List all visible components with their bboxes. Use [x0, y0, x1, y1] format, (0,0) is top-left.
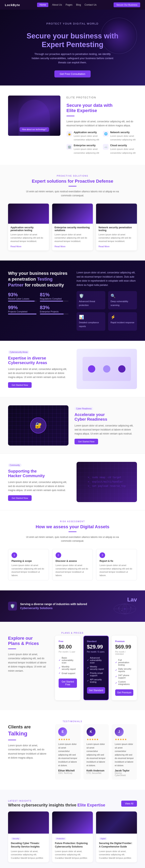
- blog-card-3: Digital Securing the Digital Frontier: A…: [96, 811, 137, 862]
- plans-title-highlight: Plans & Prices: [8, 641, 39, 646]
- why-left: Why your business requires a penetration…: [8, 271, 68, 314]
- nav-about[interactable]: About Us: [52, 3, 62, 6]
- elite-service-app: 🔒 Application security Lorem ipsum dolor…: [66, 131, 100, 142]
- card-2-read-more[interactable]: Read More: [55, 245, 65, 248]
- why-feature-2: 🔍 Deep vulnerability scanning: [108, 291, 137, 309]
- blog-2-image: [52, 811, 93, 834]
- stat-1-progress: [8, 301, 37, 302]
- step-3-desc: Lorem ipsum dolor sit amet consectetur a…: [99, 564, 134, 577]
- testimonial-2: K ★★★★★ Lorem ipsum dolor sit amet conse…: [83, 724, 109, 780]
- stat-4-bar: [40, 314, 64, 314]
- industries-banner: 🛡️ Serving a diverse range of industries…: [0, 590, 145, 622]
- nav-links: Home About Us Pages Blog Contact Us: [37, 3, 96, 7]
- card-3-read-more[interactable]: Read More: [98, 245, 109, 248]
- app-security-icon: 🔒: [66, 131, 72, 136]
- blog-cards: Security Decoding Cyber Threats: Securit…: [8, 811, 137, 862]
- expertise-3-desc: Lorem ipsum dolor sit amet, consectetur …: [8, 480, 70, 492]
- expertise-3-title: Supporting the Hacker Community: [8, 469, 70, 478]
- hero-eyebrow: Protect Your Digital World: [46, 22, 99, 26]
- testimonials-inner: Clients are Talking Lorem ipsum dolor si…: [8, 724, 137, 780]
- expertise-1-cta[interactable]: Get Started Now: [8, 382, 32, 388]
- banner-logo: Lav: [113, 596, 137, 603]
- plans-inner: Explore our Plans & Prices Lorem ipsum d…: [8, 636, 137, 700]
- stat-4-progress: [40, 314, 68, 314]
- digital-section: Risk Assessment How we assess your Digit…: [0, 510, 145, 590]
- banner-title: Serving a diverse range of industries wi…: [20, 602, 87, 606]
- why-feature-3-text: Detailed compliance reports: [79, 321, 103, 328]
- step-2-desc: Lorem ipsum dolor sit amet consectetur a…: [56, 564, 90, 577]
- nav-logo: LockByte: [5, 3, 20, 7]
- plan-free-button[interactable]: Get Started Free: [59, 679, 77, 688]
- card-1-read-more[interactable]: Read More: [10, 245, 21, 248]
- blog-3-title: Securing the Digital Frontier: A Compreh…: [99, 842, 134, 848]
- step-1: 1 Planning & scope Lorem ipsum dolor sit…: [8, 549, 49, 580]
- step-1-number: 1: [11, 552, 17, 558]
- elite-service-network: 🌐 Network security Lorem ipsum dolor ame…: [103, 131, 137, 142]
- hero-title-highlight: Expert Pentesting: [42, 40, 103, 49]
- stat-2-bar: [40, 301, 63, 302]
- elite-badge: How about our technology?: [20, 127, 49, 132]
- navigation: LockByte Home About Us Pages Blog Contac…: [0, 0, 145, 10]
- why-feature-4-text: Rapid incident response: [111, 321, 135, 324]
- why-feature-2-text: Deep vulnerability scanning: [111, 300, 135, 307]
- expertise-2-cta[interactable]: Get Started Now: [75, 439, 98, 444]
- stat-2-progress: [40, 301, 68, 302]
- testimonial-3: J ★★★★★ Lorem ipsum dolor sit amet conse…: [112, 724, 137, 780]
- card-1-image: [8, 204, 49, 224]
- expertise-2-desc: Lorem ipsum dolor sit amet, consectetur …: [75, 424, 137, 436]
- network-security-text: Network security Lorem ipsum dolor amet …: [110, 131, 137, 142]
- plan-premium-price: $69.99: [115, 644, 133, 650]
- expertise-2-title: Accelerate your Cyber Readiness: [75, 412, 137, 422]
- blog-1-image: [8, 811, 49, 834]
- banner-right: Lav: [113, 596, 137, 616]
- nav-contact[interactable]: Contact Us: [85, 3, 96, 6]
- expertise-1-image: [77, 349, 137, 389]
- banner-shield-icon: 🛡️: [8, 602, 17, 611]
- why-feature-3: 📊 Detailed compliance reports: [77, 312, 105, 331]
- digital-eyebrow: Risk Assessment: [8, 520, 137, 523]
- expertise-2-tag: Cyber Readiness: [75, 407, 93, 410]
- expertise-3-cta[interactable]: Get Started Now: [8, 495, 32, 501]
- why-feature-2-icon: 🔍: [111, 293, 135, 298]
- plans-description: Lorem ipsum dolor sit amet, consectetur …: [8, 652, 49, 673]
- nav-blog[interactable]: Blog: [76, 3, 81, 6]
- why-feature-4-icon: ⚡: [111, 315, 135, 319]
- stat-4: 83% Enterprise Projects: [40, 305, 68, 314]
- plan-standard-button[interactable]: Get Standard: [87, 687, 105, 693]
- proactive-card-2: Enterprise security monitoring solutions…: [52, 204, 93, 251]
- testimonial-1-text: Lorem ipsum dolor sit amet consectetur a…: [58, 742, 77, 767]
- elite-service-cloud: ☁️ Cloud security Lorem ipsum dolor amet…: [103, 144, 137, 155]
- proactive-title: Expert solutions for Proactive Defense: [8, 179, 137, 184]
- steps-row: 1 Planning & scope Lorem ipsum dolor sit…: [8, 549, 137, 580]
- why-inner: Why your business requires a penetration…: [8, 271, 137, 331]
- nav-pages[interactable]: Pages: [66, 3, 72, 6]
- step-2: 2 Discover & assess Lorem ipsum dolor si…: [52, 549, 93, 580]
- nav-cta-button[interactable]: Secure Our Business: [114, 2, 140, 7]
- testimonial-1: E ★★★★★ Lorem ipsum dolor sit amet conse…: [55, 724, 80, 780]
- stat-1-bar: [8, 301, 35, 302]
- app-security-text: Application security Lorem ipsum dolor a…: [74, 131, 100, 142]
- blog-section: Latest Insights Where cybersecurity insi…: [0, 790, 145, 868]
- expertise-3-highlight: Hacker Community: [8, 473, 45, 478]
- cloud-security-icon: ☁️: [103, 144, 109, 150]
- plan-standard-note: Per month / 5 users: [87, 651, 105, 653]
- card-2-image: [52, 204, 93, 224]
- step-3: 3 Report & fix Lorem ipsum dolor sit ame…: [96, 549, 137, 580]
- elite-content: Elite Protection Secure your data with E…: [66, 96, 137, 155]
- expertise-3-image: >_ sudo nmap -sV target>_ exploit/multi/…: [77, 462, 137, 502]
- proactive-card-1: Application security penetration testing…: [8, 204, 49, 251]
- why-section: Why your business requires a penetration…: [0, 260, 145, 341]
- plan-free: Free $0.00 Per month / 1 user Basic vuln…: [55, 636, 80, 700]
- blog-2-tag: Protection: [55, 837, 66, 840]
- purple-line-testi: [8, 740, 16, 740]
- tech-content: 🔐: [8, 405, 68, 445]
- plan-premium-button[interactable]: Get Premium: [115, 689, 133, 696]
- blog-view-all-button[interactable]: View All: [121, 801, 137, 807]
- step-3-number: 3: [99, 552, 105, 558]
- why-stats: 93% Recent Cyber Losses 81% Regulations …: [8, 292, 68, 314]
- nav-home[interactable]: Home: [37, 3, 48, 7]
- hero-cta-button[interactable]: Get Free Consultation: [54, 70, 90, 78]
- step-2-number: 2: [56, 552, 61, 558]
- testimonials-left: Clients are Talking Lorem ipsum dolor si…: [8, 724, 49, 760]
- plan-premium-note: Per month / Unlimited: [115, 651, 133, 655]
